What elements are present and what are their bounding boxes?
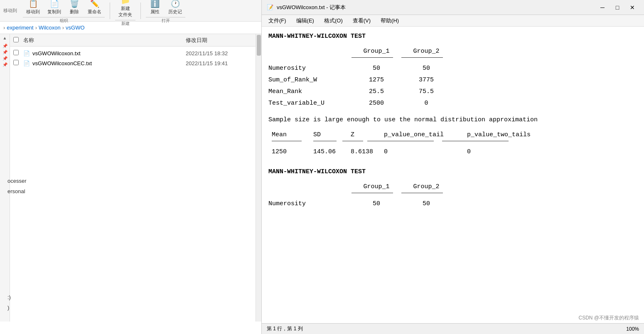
sidebar-item-ersonal[interactable]: ersonal: [5, 187, 41, 196]
notepad-statusbar: 第 1 行，第 1 列 100%: [262, 323, 644, 334]
stats-header-p1: p_value_one_tail: [384, 130, 467, 140]
maximize-btn[interactable]: □: [611, 2, 624, 12]
normal-dist-text: Sample size is large enough to use the n…: [268, 115, 637, 125]
section2-group2-divider: [401, 193, 443, 193]
notepad-menubar: 文件(F) 编辑(E) 格式(O) 查看(V) 帮助(H): [262, 15, 644, 27]
mean-rank-label: Mean_Rank: [268, 87, 351, 97]
notepad-file-icon: 📝: [267, 4, 273, 10]
file-list-scrollbar[interactable]: [256, 34, 261, 322]
toolbar-open-group: ℹ️ 属性 🕐 历史记 打开: [143, 0, 188, 25]
menu-help[interactable]: 帮助(H): [377, 16, 402, 25]
header-name[interactable]: 名称: [23, 37, 186, 44]
move-to-btn[interactable]: 📋 移动到: [23, 0, 43, 16]
section2-divider-gap: [393, 193, 401, 193]
breadcrumb-arrow: ›: [3, 25, 5, 31]
new-folder-btn[interactable]: 📁 新建 文件夹: [115, 0, 135, 19]
numerosity-val2: 50: [401, 64, 451, 74]
section1-title: MANN-WHITNEY-WILCOXON TEST: [268, 32, 637, 42]
mean-rank-val1: 25.5: [351, 87, 401, 97]
stats-dividers: [268, 141, 637, 141]
file-icon-1: 📄: [23, 50, 30, 56]
scroll-up-btn[interactable]: ▲: [3, 36, 7, 40]
section2: MANN-WHITNEY-WILCOXON TEST Group_1 Group…: [268, 167, 637, 209]
stats-header-mean: Mean: [272, 130, 313, 140]
open-group-label: 打开: [146, 17, 185, 24]
stats-val-mean: 1250: [272, 147, 313, 157]
section2-title: MANN-WHITNEY-WILCOXON TEST: [268, 167, 637, 177]
select-all-checkbox[interactable]: [13, 37, 19, 42]
scrollbar-thumb[interactable]: [257, 35, 261, 56]
file-toolbar: 移动到 📋 移动到 📄 复制到 🗑️ 删除 ✏️ 重命名: [0, 0, 261, 22]
breadcrumb-vsgwo[interactable]: vsGWO: [66, 25, 85, 31]
toolbar-organize-group: 📋 移动到 📄 复制到 🗑️ 删除 ✏️ 重命名 组织: [20, 0, 107, 25]
test-var-val1: 2500: [351, 98, 401, 108]
file-check-1[interactable]: [13, 50, 23, 56]
sum-rank-val1: 1275: [351, 75, 401, 85]
scroll-pin-1[interactable]: 📌: [2, 44, 7, 48]
bottom-sidebar: :) ): [0, 291, 46, 315]
paste-shortcut-label: 移动到: [3, 7, 17, 14]
move-to-icon: 📋: [29, 0, 38, 8]
table-row[interactable]: 📄 vsGWOWilcoxon.txt 2022/11/15 18:32: [10, 48, 256, 58]
breadcrumb-wilcoxon[interactable]: Wilcoxon: [39, 25, 61, 31]
header-date[interactable]: 修改日期: [186, 37, 252, 44]
mean-rank-val2: 75.5: [401, 87, 451, 97]
table-row[interactable]: 📄 vsGWOWilcoxonCEC.txt 2022/11/15 19:41: [10, 58, 256, 68]
rename-icon: ✏️: [90, 0, 99, 8]
sidebar-item-ocesser[interactable]: ocesser: [5, 176, 41, 186]
menu-view[interactable]: 查看(V): [349, 16, 374, 25]
stats-headers: Mean SD Z p_value_one_tail p_value_two_t…: [268, 130, 637, 140]
file-list-container: 名称 修改日期 📄 vsGWOWilcoxon.txt 2022/11/15 1…: [10, 34, 256, 322]
file-check-2[interactable]: [13, 60, 23, 66]
mean-rank-row: Mean_Rank 25.5 75.5: [268, 87, 637, 97]
notepad-content[interactable]: MANN-WHITNEY-WILCOXON TEST Group_1 Group…: [262, 27, 644, 323]
scroll-pin-3[interactable]: 📌: [2, 56, 7, 61]
stats-header-z: Z: [351, 130, 384, 140]
file-name-1: 📄 vsGWOWilcoxon.txt: [23, 50, 186, 56]
stats-div-z: [342, 141, 363, 141]
group2-header: Group_2: [401, 47, 451, 56]
file-explorer: 移动到 📋 移动到 📄 复制到 🗑️ 删除 ✏️ 重命名: [0, 0, 262, 334]
stats-values: 1250 145.06 8.6138 0 0: [268, 147, 637, 157]
scroll-pin-4[interactable]: 📌: [2, 62, 7, 67]
scroll-pin-2[interactable]: 📌: [2, 50, 7, 54]
notepad-window: 📝 vsGWOWilcoxon.txt - 记事本 ─ □ ✕ 文件(F) 编辑…: [262, 0, 644, 334]
stats-div-gap1: [302, 141, 313, 141]
properties-btn[interactable]: ℹ️ 属性: [146, 0, 164, 16]
copy-to-btn[interactable]: 📄 复制到: [44, 0, 64, 16]
menu-format[interactable]: 格式(O): [321, 16, 346, 25]
breadcrumb-experiment[interactable]: experiment: [7, 25, 33, 31]
sidebar-item-smiley[interactable]: :): [5, 292, 41, 302]
rename-btn[interactable]: ✏️ 重命名: [84, 0, 105, 16]
history-btn[interactable]: 🕐 历史记: [165, 0, 185, 16]
menu-file[interactable]: 文件(F): [265, 16, 290, 25]
file-date-1: 2022/11/15 18:32: [186, 50, 252, 56]
numerosity-val1: 50: [351, 64, 401, 74]
win-controls: ─ □ ✕: [596, 2, 639, 12]
minimize-btn[interactable]: ─: [596, 2, 609, 12]
stats-header-sd: SD: [313, 130, 351, 140]
section2-numerosity-val1: 50: [351, 199, 401, 209]
section2-group1-divider: [351, 193, 393, 193]
breadcrumb-sep-1: ›: [35, 25, 37, 31]
section2-group-headers: Group_1 Group_2: [351, 182, 637, 192]
stats-val-p2: 0: [467, 147, 550, 157]
menu-edit[interactable]: 编辑(E): [293, 16, 317, 25]
header-check[interactable]: [13, 37, 23, 44]
sum-rank-label: Sum_of_Rank_W: [268, 75, 351, 85]
test-var-label: Test_variable_U: [268, 98, 351, 108]
section2-group1-header: Group_1: [351, 182, 401, 192]
test-var-val2: 0: [401, 98, 451, 108]
group2-divider: [401, 57, 443, 58]
stats-val-z: 8.6138: [351, 147, 384, 157]
sidebar-item-paren[interactable]: ): [5, 303, 41, 312]
delete-btn[interactable]: 🗑️ 删除: [65, 0, 84, 16]
stats-div-gap2: [337, 141, 342, 141]
numerosity-row: Numerosity 50 50: [268, 64, 637, 74]
stats-val-p1: 0: [384, 147, 467, 157]
section2-group-dividers: [351, 193, 637, 193]
close-btn[interactable]: ✕: [626, 2, 639, 12]
group1-divider: [351, 57, 393, 58]
organize-group-label: 组织: [23, 17, 105, 24]
file-icon-2: 📄: [23, 60, 30, 66]
